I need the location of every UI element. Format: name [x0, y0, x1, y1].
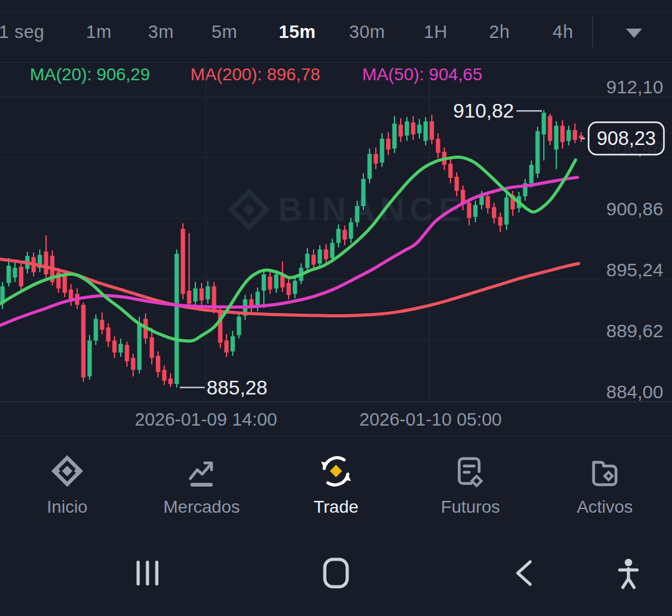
nav-item-trade[interactable]: Trade: [269, 436, 403, 534]
nav-item-activos[interactable]: Activos: [538, 436, 672, 534]
svg-text:900,86: 900,86: [606, 198, 663, 219]
timeframe-tab-30m[interactable]: 30m: [349, 22, 385, 42]
svg-text:912,10: 912,10: [606, 77, 663, 97]
timeframe-divider: [592, 16, 593, 47]
futures-contract-icon: [450, 452, 490, 492]
nav-item-label: Mercados: [134, 497, 269, 517]
recents-icon[interactable]: [137, 561, 159, 586]
timeframe-tab-2h[interactable]: 2h: [489, 22, 510, 42]
nav-item-label: Trade: [269, 497, 403, 517]
assets-wallet-icon: [585, 452, 625, 492]
timeframe-tab-1m[interactable]: 1m: [86, 22, 111, 42]
svg-text:895,24: 895,24: [606, 259, 663, 280]
home-icon[interactable]: [325, 559, 347, 587]
time-axis-labels: 2026-01-09 14:00 2026-01-10 05:00: [135, 409, 502, 429]
nav-item-label: Activos: [538, 497, 672, 517]
time-axis-label: 2026-01-10 05:00: [360, 409, 502, 429]
timeframe-bar: 1 seg1m3m5m15m30m1H2h4h: [0, 0, 672, 63]
timeframe-tab-5m[interactable]: 5m: [212, 22, 237, 42]
android-navigation-bar: [0, 534, 672, 616]
last-price-box: 908,23: [581, 122, 664, 154]
binance-watermark: BINANCE: [231, 190, 466, 228]
nav-item-label: Inicio: [0, 497, 134, 517]
chart-gridlines: [0, 62, 672, 402]
markets-trend-icon: [182, 452, 222, 492]
binance-diamond-icon: [231, 192, 267, 228]
nav-item-label: Futuros: [403, 497, 538, 517]
nav-item-inicio[interactable]: Inicio: [0, 436, 134, 534]
time-axis-label: 2026-01-09 14:00: [135, 409, 278, 429]
binance-app-screen: 1 seg1m3m5m15m30m1H2h4h MA(20): 906,29MA…: [0, 0, 672, 616]
high-marker-label: 910,82: [453, 100, 514, 122]
watermark-text: BINANCE: [278, 190, 466, 228]
back-icon[interactable]: [518, 562, 530, 584]
timeframe-tab-1seg[interactable]: 1 seg: [0, 22, 44, 42]
candles-layer: [1, 110, 584, 387]
caret-down-icon[interactable]: [626, 29, 642, 38]
price-markers: 910,82 885,28: [180, 100, 542, 398]
timeframe-tab-4h[interactable]: 4h: [553, 22, 573, 42]
candlestick-chart[interactable]: BINANCE 910,82 885,28 912,10906,48900,86…: [0, 62, 672, 436]
accessibility-icon[interactable]: [620, 559, 637, 587]
nav-item-futuros[interactable]: Futuros: [403, 436, 538, 534]
low-marker-label: 885,28: [207, 376, 268, 399]
svg-text:884,00: 884,00: [606, 381, 663, 402]
timeframe-tab-15m[interactable]: 15m: [279, 22, 316, 42]
timeframe-tab-3m[interactable]: 3m: [148, 22, 174, 42]
svg-text:889,62: 889,62: [606, 320, 663, 341]
last-price-label: 908,23: [597, 128, 656, 149]
timeframe-tab-1H[interactable]: 1H: [424, 22, 447, 42]
binance-logo-icon: [47, 452, 87, 492]
moving-average-lines: [0, 157, 579, 341]
nav-item-mercados[interactable]: Mercados: [134, 436, 269, 534]
trade-swap-icon: [316, 452, 356, 492]
bottom-navigation: InicioMercadosTradeFuturosActivos: [0, 436, 672, 534]
